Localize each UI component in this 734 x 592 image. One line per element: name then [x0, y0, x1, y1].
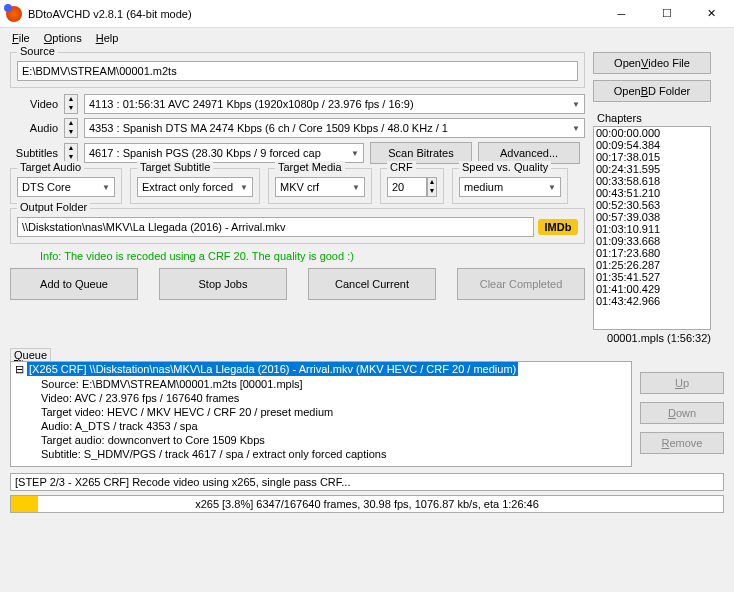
source-label: Source — [17, 45, 58, 57]
crf-input[interactable] — [387, 177, 427, 197]
info-text: Info: The video is recoded using a CRF 2… — [10, 244, 585, 268]
chapter-item[interactable]: 01:25:26.287 — [594, 259, 710, 271]
subtitles-spinner[interactable]: ▲▼ — [64, 143, 78, 163]
target-subtitle-label: Target Subtitle — [137, 161, 213, 173]
tree-collapse-icon[interactable]: ⊟ — [13, 363, 25, 376]
speed-combo[interactable]: medium▼ — [459, 177, 561, 197]
queue-remove-button[interactable]: Remove — [640, 432, 724, 454]
menu-options[interactable]: Options — [38, 30, 88, 46]
chevron-down-icon: ▼ — [572, 100, 580, 109]
queue-down-button[interactable]: Down — [640, 402, 724, 424]
queue-detail-item: Subtitle: S_HDMV/PGS / track 4617 / spa … — [11, 447, 631, 461]
chapters-footer: 00001.mpls (1:56:32) — [593, 332, 711, 344]
crf-spinner[interactable]: ▲▼ — [427, 177, 437, 197]
queue-detail-item: Source: E:\BDMV\STREAM\00001.m2ts [00001… — [11, 377, 631, 391]
target-subtitle-combo[interactable]: Extract only forced ▼ — [137, 177, 253, 197]
output-path-input[interactable] — [17, 217, 534, 237]
crf-label: CRF — [387, 161, 416, 173]
step-text: [STEP 2/3 - X265 CRF] Recode video using… — [10, 473, 724, 491]
queue-detail-item: Audio: A_DTS / track 4353 / spa — [11, 419, 631, 433]
chapters-label: Chapters — [597, 112, 713, 124]
queue-up-button[interactable]: Up — [640, 372, 724, 394]
progress-bar: x265 [3.8%] 6347/167640 frames, 30.98 fp… — [10, 495, 724, 513]
chapter-item[interactable]: 00:52:30.563 — [594, 199, 710, 211]
chapter-item[interactable]: 01:09:33.668 — [594, 235, 710, 247]
window-title: BDtoAVCHD v2.8.1 (64-bit mode) — [28, 8, 599, 20]
queue-tree[interactable]: ⊟[X265 CRF] \\Diskstation\nas\MKV\La Lle… — [10, 361, 632, 467]
video-combo[interactable]: 4113 : 01:56:31 AVC 24971 Kbps (1920x108… — [84, 94, 585, 114]
progress-text: x265 [3.8%] 6347/167640 frames, 30.98 fp… — [11, 496, 723, 512]
open-video-file-button[interactable]: Open Video File — [593, 52, 711, 74]
chapter-item[interactable]: 01:43:42.966 — [594, 295, 710, 307]
chapter-item[interactable]: 01:17:23.680 — [594, 247, 710, 259]
queue-detail-item: Target audio: downconvert to Core 1509 K… — [11, 433, 631, 447]
close-button[interactable]: ✕ — [689, 0, 734, 28]
chapter-item[interactable]: 01:03:10.911 — [594, 223, 710, 235]
target-audio-label: Target Audio — [17, 161, 84, 173]
audio-combo[interactable]: 4353 : Spanish DTS MA 2474 Kbps (6 ch / … — [84, 118, 585, 138]
chapter-item[interactable]: 00:24:31.595 — [594, 163, 710, 175]
queue-detail-item: Target video: HEVC / MKV HEVC / CRF 20 /… — [11, 405, 631, 419]
menu-help[interactable]: Help — [90, 30, 125, 46]
cancel-current-button[interactable]: Cancel Current — [308, 268, 436, 300]
chapter-item[interactable]: 00:00:00.000 — [594, 127, 710, 139]
stop-jobs-button[interactable]: Stop Jobs — [159, 268, 287, 300]
subtitles-combo[interactable]: 4617 : Spanish PGS (28.30 Kbps / 9 force… — [84, 143, 364, 163]
chapter-item[interactable]: 00:17:38.015 — [594, 151, 710, 163]
queue-label: Queue — [10, 348, 51, 361]
chevron-down-icon: ▼ — [572, 124, 580, 133]
subtitles-label: Subtitles — [10, 147, 58, 159]
chapter-item[interactable]: 00:57:39.038 — [594, 211, 710, 223]
video-spinner[interactable]: ▲▼ — [64, 94, 78, 114]
app-icon — [6, 6, 22, 22]
target-media-label: Target Media — [275, 161, 345, 173]
source-path-input[interactable] — [17, 61, 578, 81]
chapter-item[interactable]: 00:43:51.210 — [594, 187, 710, 199]
target-audio-combo[interactable]: DTS Core▼ — [17, 177, 115, 197]
scan-bitrates-button[interactable]: Scan Bitrates — [370, 142, 472, 164]
chapter-item[interactable]: 00:33:58.618 — [594, 175, 710, 187]
chevron-down-icon: ▼ — [351, 149, 359, 158]
add-to-queue-button[interactable]: Add to Queue — [10, 268, 138, 300]
chapter-item[interactable]: 00:09:54.384 — [594, 139, 710, 151]
imdb-button[interactable]: IMDb — [538, 219, 578, 235]
audio-label: Audio — [10, 122, 58, 134]
chapters-list[interactable]: 00:00:00.00000:09:54.38400:17:38.01500:2… — [593, 126, 711, 330]
chapter-item[interactable]: 01:35:41.527 — [594, 271, 710, 283]
video-label: Video — [10, 98, 58, 110]
audio-spinner[interactable]: ▲▼ — [64, 118, 78, 138]
open-bd-folder-button[interactable]: Open BD Folder — [593, 80, 711, 102]
target-media-combo[interactable]: MKV crf▼ — [275, 177, 365, 197]
maximize-button[interactable]: ☐ — [644, 0, 689, 28]
minimize-button[interactable]: ─ — [599, 0, 644, 28]
queue-detail-item: Video: AVC / 23.976 fps / 167640 frames — [11, 391, 631, 405]
menu-file[interactable]: File — [6, 30, 36, 46]
speed-label: Speed vs. Quality — [459, 161, 551, 173]
clear-completed-button[interactable]: Clear Completed — [457, 268, 585, 300]
output-label: Output Folder — [17, 201, 90, 213]
chapter-item[interactable]: 01:41:00.429 — [594, 283, 710, 295]
